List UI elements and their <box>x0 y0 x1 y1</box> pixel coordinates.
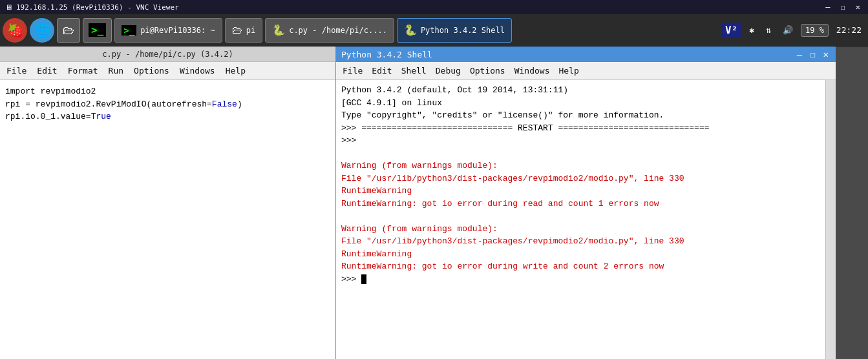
folder-btn[interactable]: 🗁 <box>57 18 80 43</box>
folder-tab-label: pi <box>246 26 255 35</box>
code-line-1: import revpimodio2 <box>5 85 330 98</box>
shell-menu-help[interactable]: Help <box>555 65 583 77</box>
shell-warning-1-header: Warning (from warnings module): <box>341 159 820 172</box>
menu-help[interactable]: Help <box>222 65 249 77</box>
editor-tab[interactable]: 🐍 c.py - /home/pi/c.... <box>265 18 394 43</box>
shell-minimize-btn[interactable]: — <box>795 49 804 59</box>
python-shell-icon: 🐍 <box>404 24 417 36</box>
code-line-2: rpi = revpimodio2.RevPiModIO(autorefresh… <box>5 98 330 111</box>
shell-menu-debug[interactable]: Debug <box>432 65 465 77</box>
vnc-minimize-btn[interactable]: — <box>823 3 832 12</box>
vnc-icon: 🖥 <box>5 3 12 12</box>
shell-menu-options[interactable]: Options <box>466 65 509 77</box>
main-area: c.py - /home/pi/c.py (3.4.2) File Edit F… <box>0 46 868 359</box>
volume-icon: 🔊 <box>779 25 797 35</box>
battery-indicator: 19 % <box>801 24 829 37</box>
shell-scrollbar[interactable] <box>825 80 836 359</box>
shell-menu-shell[interactable]: Shell <box>397 65 430 77</box>
vnc-maximize-btn[interactable]: ☐ <box>838 3 848 12</box>
shell-maximize-btn[interactable]: ☐ <box>808 49 817 59</box>
folder-tab-icon: 🗁 <box>232 24 242 36</box>
shell-line-1: Python 3.4.2 (default, Oct 19 2014, 13:3… <box>341 84 820 97</box>
editor-title: c.py - /home/pi/c.py (3.4.2) <box>102 50 233 59</box>
shell-warning-2-msg: RuntimeWarning: got io error during writ… <box>341 260 820 273</box>
menu-options[interactable]: Options <box>130 65 173 77</box>
shell-prompt: >>> <box>341 274 361 284</box>
shell-line-2: [GCC 4.9.1] on linux <box>341 97 820 110</box>
terminal-tab-label: pi@RevPi10336: ~ <box>140 26 215 35</box>
terminal-icon: >_ <box>89 23 106 37</box>
shell-warning-2-header: Warning (from warnings module): <box>341 223 820 236</box>
python-editor-icon: 🐍 <box>272 24 285 36</box>
menu-file[interactable]: File <box>3 65 30 77</box>
right-panel: Python 3.4.2 Shell — ☐ ✕ File Edit Shell… <box>336 46 836 359</box>
shell-tab-label: Python 3.4.2 Shell <box>421 26 505 35</box>
shell-line-4: >>> ============================== RESTA… <box>341 122 820 135</box>
shell-output[interactable]: Python 3.4.2 (default, Oct 19 2014, 13:3… <box>336 80 825 359</box>
network-arrows-icon: ⇅ <box>762 25 775 35</box>
desktop-right <box>836 46 868 359</box>
code-line-3: rpi.io.0_1.value=True <box>5 110 330 123</box>
editor-titlebar: c.py - /home/pi/c.py (3.4.2) <box>0 46 335 62</box>
menu-windows[interactable]: Windows <box>176 65 219 77</box>
shell-line-blank <box>341 210 820 223</box>
taskbar: 🍓 🌐 🗁 >_ >_ pi@RevPi10336: ~ 🗁 pi 🐍 c.py… <box>0 14 868 46</box>
shell-menubar: File Edit Shell Debug Options Windows He… <box>336 62 836 80</box>
shell-menu-edit[interactable]: Edit <box>368 65 396 77</box>
menu-run[interactable]: Run <box>105 65 127 77</box>
shell-prompt-line: >>> | <box>341 273 820 286</box>
folder-icon: 🗁 <box>63 23 74 37</box>
globe-icon[interactable]: 🌐 <box>30 18 54 43</box>
menu-format[interactable]: Format <box>64 65 102 77</box>
shell-window-controls: — ☐ ✕ <box>795 49 831 59</box>
shell-titlebar: Python 3.4.2 Shell — ☐ ✕ <box>336 46 836 62</box>
shell-line-5: >>> <box>341 134 820 147</box>
editor-content[interactable]: import revpimodio2 rpi = revpimodio2.Rev… <box>0 80 335 359</box>
system-tray: V² ✱ ⇅ 🔊 19 % 22:22 <box>721 23 865 37</box>
shell-menu-windows[interactable]: Windows <box>511 65 554 77</box>
shell-line-6 <box>341 147 820 160</box>
folder-tab[interactable]: 🗁 pi <box>225 18 262 43</box>
clock: 22:22 <box>832 25 865 35</box>
terminal-tab[interactable]: >_ pi@RevPi10336: ~ <box>114 18 222 43</box>
shell-line-3: Type "copyright", "credits" or "license(… <box>341 109 820 122</box>
shell-menu-file[interactable]: File <box>339 65 366 77</box>
shell-warning-2-file: File "/usr/lib/python3/dist-packages/rev… <box>341 235 820 248</box>
shell-close-btn[interactable]: ✕ <box>821 49 831 59</box>
editor-tab-label: c.py - /home/pi/c.... <box>289 26 387 35</box>
shell-title: Python 3.4.2 Shell <box>341 50 432 59</box>
vnc-close-btn[interactable]: ✕ <box>853 3 863 12</box>
menu-edit[interactable]: Edit <box>33 65 61 77</box>
shell-tab[interactable]: 🐍 Python 3.4.2 Shell <box>397 18 512 43</box>
terminal-btn[interactable]: >_ <box>83 18 112 43</box>
shell-warning-2-type: RuntimeWarning <box>341 248 820 261</box>
shell-warning-1-msg: RuntimeWarning: got io error during read… <box>341 198 820 210</box>
vnc-title: 192.168.1.25 (RevPi10336) - VNC Viewer <box>16 3 179 12</box>
raspberry-icon[interactable]: 🍓 <box>3 18 27 43</box>
left-panel: c.py - /home/pi/c.py (3.4.2) File Edit F… <box>0 46 336 359</box>
bluetooth-icon: ✱ <box>745 25 758 35</box>
shell-warning-1-type: RuntimeWarning <box>341 185 820 198</box>
shell-warning-1-file: File "/usr/lib/python3/dist-packages/rev… <box>341 172 820 185</box>
ve-logo: V² <box>721 23 741 37</box>
vnc-titlebar: 🖥 192.168.1.25 (RevPi10336) - VNC Viewer… <box>0 0 868 14</box>
editor-menubar: File Edit Format Run Options Windows Hel… <box>0 62 335 80</box>
terminal-tab-icon: >_ <box>122 25 136 36</box>
